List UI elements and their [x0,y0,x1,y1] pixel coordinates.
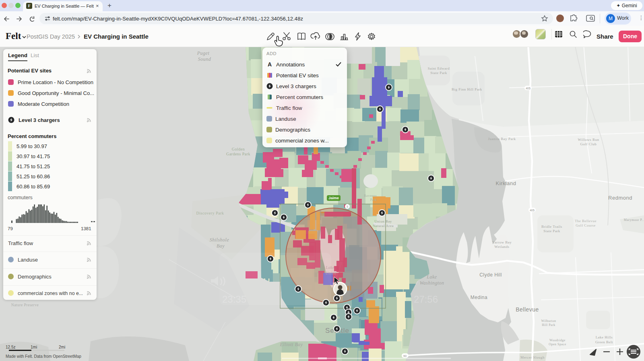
svg-text:Jaime: Jaime [328,196,339,200]
svg-text:Willows Run: Willows Run [578,138,599,142]
svg-text:Bridle Trails: Bridle Trails [541,225,562,229]
svg-text:The Bellevue: The Bellevue [575,219,597,223]
svg-text:Union Bay: Union Bay [374,219,392,223]
svg-text:Redmond: Redmond [608,195,632,201]
svg-text:Saint Edward: Saint Edward [428,66,450,70]
svg-text:Clyde Hill: Clyde Hill [479,272,502,278]
svg-text:Juanita Bay Park: Juanita Bay Park [488,137,516,141]
svg-text:Washington: Washington [419,280,444,286]
svg-text:Wetlands: Wetlands [494,245,509,249]
svg-text:Yarrow Bay: Yarrow Bay [492,240,512,244]
svg-text:Park: Park [370,198,377,202]
svg-text:Golf Course: Golf Course [576,223,596,227]
svg-text:12.5z: 12.5z [6,345,15,349]
svg-text:Golf Club: Golf Club [580,142,597,146]
svg-text:Mercer Slough: Mercer Slough [520,355,545,359]
svg-text:Made with Felt. Data from Open: Made with Felt. Data from OpenStreetMap [6,354,81,359]
svg-text:Puget: Puget [197,50,210,56]
svg-text:Nature Preserve: Nature Preserve [11,303,39,307]
svg-text:Shilshole: Shilshole [210,237,229,243]
svg-text:Medina: Medina [471,295,487,300]
svg-text:405: 405 [530,209,535,212]
svg-text:Ravenna: Ravenna [364,194,377,198]
svg-text:90: 90 [403,354,407,358]
svg-text:Green Belt: Green Belt [595,340,613,344]
svg-text:Bay: Bay [217,243,225,249]
svg-text:Lake: Lake [325,265,334,270]
svg-text:Lake: Lake [426,274,437,280]
svg-text:Hill Park: Hill Park [542,323,555,327]
svg-text:Kirkland: Kirkland [496,180,516,186]
svg-text:State Park: State Park [430,71,447,75]
svg-text:2mi: 2mi [59,345,65,349]
svg-text:Union: Union [325,271,336,275]
svg-text:Gardens Park: Gardens Park [226,152,250,156]
svg-text:Woodridge: Woodridge [549,338,566,342]
svg-text:Natural Area: Natural Area [373,224,394,228]
svg-text:Wilburton: Wilburton [541,319,556,323]
svg-text:State Park: State Park [543,229,560,233]
svg-text:Lake Hills: Lake Hills [596,335,613,339]
svg-text:Bellevue: Bellevue [516,306,539,313]
svg-text:Golden: Golden [232,147,245,151]
svg-text:Marymoor P...: Marymoor P... [624,218,644,222]
svg-text:Discovery Park: Discovery Park [196,211,224,215]
svg-text:5: 5 [347,205,348,208]
svg-text:Sound: Sound [198,56,211,62]
svg-text:Big Finn Hill Park: Big Finn Hill Park [452,87,482,91]
svg-text:1mi: 1mi [31,345,37,349]
svg-text:Open Space: Open Space [549,342,566,346]
svg-text:Elliott Bay: Elliott Bay [279,342,303,347]
svg-text:405: 405 [526,87,530,90]
